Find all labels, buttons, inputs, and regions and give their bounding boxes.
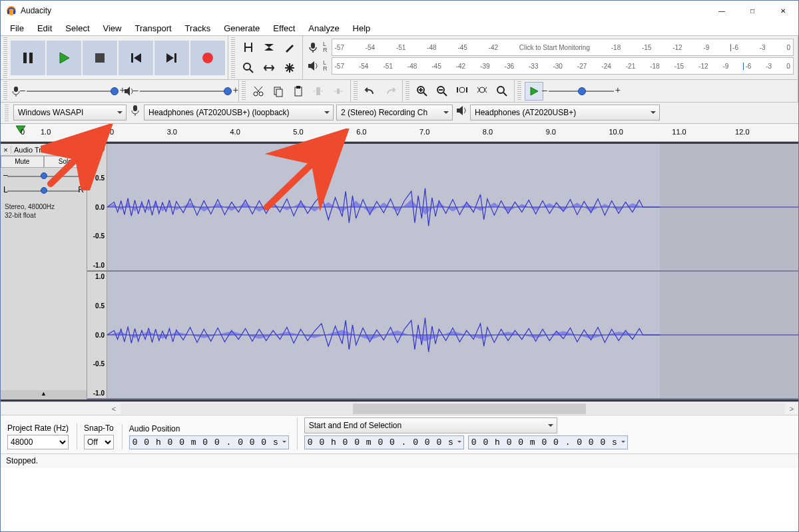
- silence-icon[interactable]: [329, 82, 348, 101]
- track-collapse-button[interactable]: ▲: [1, 390, 87, 399]
- recording-meter[interactable]: -57-54-51-48-45-42 Click to Start Monito…: [332, 39, 794, 56]
- track-pan-slider[interactable]: LR: [5, 185, 83, 197]
- timeline-ruler[interactable]: 0 1.0 2.0 3.0 4.0 5.0 6.0 7.0 8.0 9.0 10…: [1, 123, 798, 142]
- selection-end-field[interactable]: 0 0 h 0 0 m 0 0 . 0 0 0 s: [468, 435, 628, 449]
- toolbar-grip[interactable]: [5, 105, 9, 121]
- trim-icon[interactable]: [309, 82, 328, 101]
- menu-select[interactable]: Select: [59, 22, 96, 35]
- ruler-tick: 2.0: [104, 128, 167, 136]
- svg-point-29: [479, 87, 485, 93]
- toolbar-grip[interactable]: [231, 37, 235, 78]
- fit-selection-icon[interactable]: [453, 82, 471, 101]
- transport-toolbar: [1, 36, 228, 79]
- zoom-in-icon[interactable]: [413, 82, 431, 101]
- toolbar-grip[interactable]: [3, 37, 7, 78]
- recording-device-combo[interactable]: Headphones (AT2020USB+) (loopback): [144, 105, 334, 121]
- fit-project-icon[interactable]: [473, 82, 491, 101]
- svg-marker-33: [457, 106, 463, 115]
- audacity-logo-icon: [6, 5, 17, 16]
- svg-rect-1: [7, 11, 9, 14]
- window-minimize-button[interactable]: —: [706, 1, 737, 21]
- timeshift-tool-icon[interactable]: [259, 58, 279, 78]
- solo-button[interactable]: Solo: [44, 156, 87, 168]
- menu-edit[interactable]: Edit: [31, 22, 59, 35]
- menu-bar: File Edit Select View Transport Tracks G…: [1, 21, 798, 35]
- selection-start-field[interactable]: 0 0 h 0 0 m 0 0 . 0 0 0 s: [304, 435, 464, 449]
- toolbar-grip[interactable]: [354, 81, 358, 101]
- zoom-out-icon[interactable]: [433, 82, 451, 101]
- redo-icon[interactable]: [381, 82, 400, 101]
- ruler-tick: 7.0: [419, 128, 483, 136]
- playback-volume-slider[interactable]: –+: [136, 85, 236, 98]
- toolbar-grip[interactable]: [517, 81, 521, 101]
- paste-icon[interactable]: [289, 82, 308, 101]
- ruler-tick: 0: [21, 128, 41, 136]
- envelope-tool-icon[interactable]: [259, 37, 279, 57]
- status-text: Stopped.: [6, 456, 38, 465]
- waveform-left[interactable]: 1.00.50.0-0.5-1.0: [87, 144, 798, 272]
- track-close-button[interactable]: ×: [1, 146, 11, 154]
- recording-volume-slider[interactable]: –+: [23, 85, 123, 98]
- scroll-right-button[interactable]: >: [785, 405, 798, 413]
- copy-icon[interactable]: [269, 82, 288, 101]
- svg-rect-21: [276, 89, 282, 97]
- skip-end-button[interactable]: [154, 41, 189, 75]
- track-menu-dropdown[interactable]: ▼: [77, 146, 87, 154]
- ruler-tick: 9.0: [546, 128, 609, 136]
- mute-button[interactable]: Mute: [1, 156, 44, 168]
- window-maximize-button[interactable]: □: [737, 1, 768, 21]
- scrollbar-thumb[interactable]: [353, 403, 585, 414]
- svg-rect-10: [174, 53, 176, 63]
- window-close-button[interactable]: ✕: [768, 1, 798, 21]
- svg-marker-15: [308, 61, 314, 71]
- menu-effect[interactable]: Effect: [266, 22, 302, 35]
- menu-tracks[interactable]: Tracks: [178, 22, 218, 35]
- speaker-icon: [455, 105, 467, 117]
- track-name[interactable]: Audio Track: [11, 146, 77, 154]
- vertical-scale[interactable]: 1.00.50.0-0.5-1.0: [87, 144, 107, 270]
- menu-view[interactable]: View: [97, 22, 129, 35]
- audio-host-combo[interactable]: Windows WASAPI: [13, 105, 127, 121]
- status-bar: Stopped.: [1, 453, 798, 468]
- multi-tool-icon[interactable]: [280, 58, 300, 78]
- tools-toolbar: [228, 36, 303, 79]
- play-at-speed-toolbar: –+: [515, 80, 798, 102]
- track-gain-slider[interactable]: –+: [5, 170, 83, 182]
- playback-meter[interactable]: -57-54-51-48-45-42-39-36-33-30-27-24-21-…: [332, 57, 794, 75]
- audio-position-field[interactable]: 0 0 h 0 0 m 0 0 . 0 0 0 s: [129, 435, 289, 449]
- vertical-scale[interactable]: 1.00.50.0-0.5-1.0: [87, 272, 107, 398]
- draw-tool-icon[interactable]: [280, 37, 300, 57]
- pause-button[interactable]: [11, 41, 45, 75]
- play-button[interactable]: [47, 41, 81, 75]
- toolbar-row-2: –+ –+ –+: [1, 79, 798, 102]
- play-at-speed-button[interactable]: [525, 82, 543, 101]
- recording-channels-combo[interactable]: 2 (Stereo) Recording Ch: [336, 105, 453, 121]
- stop-button[interactable]: [83, 41, 117, 75]
- cut-icon[interactable]: [249, 82, 268, 101]
- playback-speed-slider[interactable]: –+: [545, 85, 618, 98]
- menu-transport[interactable]: Transport: [128, 22, 178, 35]
- selection-mode-combo[interactable]: Start and End of Selection: [304, 417, 557, 433]
- record-button[interactable]: [190, 41, 225, 75]
- undo-icon[interactable]: [361, 82, 380, 101]
- waveform-right[interactable]: 1.00.50.0-0.5-1.0: [87, 272, 798, 399]
- ruler-tick: 11.0: [672, 128, 735, 136]
- snap-to-combo[interactable]: Off: [84, 435, 114, 449]
- playback-device-combo[interactable]: Headphones (AT2020USB+): [470, 105, 660, 121]
- toolbar-grip[interactable]: [3, 81, 7, 101]
- horizontal-scrollbar[interactable]: < >: [1, 401, 798, 415]
- zoom-tool-icon[interactable]: [238, 58, 258, 78]
- scroll-left-button[interactable]: <: [107, 405, 121, 413]
- project-rate-combo[interactable]: 48000: [7, 435, 69, 449]
- selection-tool-icon[interactable]: [238, 37, 258, 57]
- svg-rect-3: [23, 53, 27, 63]
- toolbar-grip[interactable]: [242, 81, 246, 101]
- toolbar-grip[interactable]: [405, 81, 409, 101]
- menu-file[interactable]: File: [3, 22, 31, 35]
- zoom-toggle-icon[interactable]: [493, 82, 511, 101]
- menu-generate[interactable]: Generate: [217, 22, 266, 35]
- menu-help[interactable]: Help: [346, 22, 378, 35]
- skip-start-button[interactable]: [119, 41, 153, 75]
- track-control-panel[interactable]: × Audio Track ▼ Mute Solo –+ LR Stereo, …: [1, 144, 87, 399]
- menu-analyze[interactable]: Analyze: [302, 22, 346, 35]
